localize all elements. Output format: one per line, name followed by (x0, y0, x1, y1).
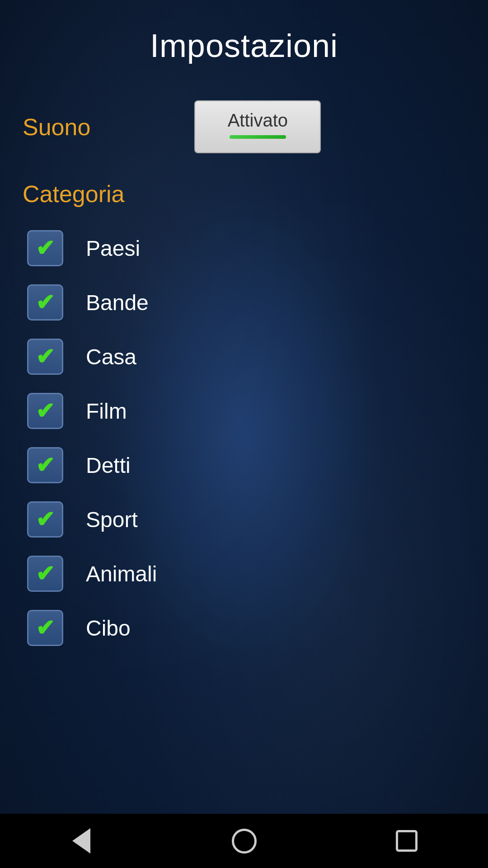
checkmark-animali: ✔ (36, 562, 55, 585)
checkbox-sport: ✔ (27, 501, 63, 538)
category-item-sport[interactable]: ✔ Sport (23, 492, 465, 547)
checkbox-casa: ✔ (27, 339, 63, 375)
home-circle-icon (232, 829, 257, 854)
back-arrow-icon (72, 828, 90, 854)
checkbox-detti: ✔ (27, 447, 63, 483)
category-name-sport: Sport (86, 507, 138, 532)
category-name-paesi: Paesi (86, 236, 140, 261)
category-item-paesi[interactable]: ✔ Paesi (23, 221, 465, 275)
category-item-animali[interactable]: ✔ Animali (23, 547, 465, 601)
category-list: ✔ Paesi ✔ Bande ✔ Casa ✔ Film ✔ (23, 221, 465, 655)
checkbox-bande: ✔ (27, 284, 63, 321)
category-name-bande: Bande (86, 290, 149, 315)
suono-label: Suono (23, 113, 90, 141)
checkmark-film: ✔ (36, 400, 55, 422)
checkbox-paesi: ✔ (27, 230, 63, 266)
suono-row: Suono Attivato (23, 100, 465, 153)
recents-square-icon (396, 830, 418, 852)
checkbox-animali: ✔ (27, 556, 63, 592)
page-title: Impostazioni (23, 27, 465, 64)
checkmark-bande: ✔ (36, 291, 55, 314)
attivato-bar (230, 135, 286, 139)
checkmark-sport: ✔ (36, 508, 55, 531)
main-content: Impostazioni Suono Attivato Categoria ✔ … (0, 0, 488, 655)
checkmark-cibo: ✔ (36, 617, 55, 639)
category-name-cibo: Cibo (86, 616, 131, 641)
category-name-detti: Detti (86, 453, 131, 478)
back-button[interactable] (59, 827, 104, 854)
nav-bar (0, 814, 488, 868)
recents-button[interactable] (384, 827, 429, 854)
categoria-label: Categoria (23, 180, 465, 208)
home-button[interactable] (221, 827, 267, 854)
checkbox-cibo: ✔ (27, 610, 63, 646)
category-name-film: Film (86, 399, 127, 424)
category-item-film[interactable]: ✔ Film (23, 384, 465, 438)
checkmark-casa: ✔ (36, 345, 55, 368)
checkmark-paesi: ✔ (36, 237, 55, 259)
category-item-cibo[interactable]: ✔ Cibo (23, 601, 465, 655)
category-name-casa: Casa (86, 344, 136, 369)
attivato-button[interactable]: Attivato (194, 100, 321, 153)
category-name-animali: Animali (86, 561, 157, 586)
category-item-detti[interactable]: ✔ Detti (23, 438, 465, 492)
checkmark-detti: ✔ (36, 454, 55, 476)
category-item-casa[interactable]: ✔ Casa (23, 330, 465, 384)
checkbox-film: ✔ (27, 393, 63, 429)
category-item-bande[interactable]: ✔ Bande (23, 275, 465, 330)
attivato-text: Attivato (222, 110, 293, 131)
